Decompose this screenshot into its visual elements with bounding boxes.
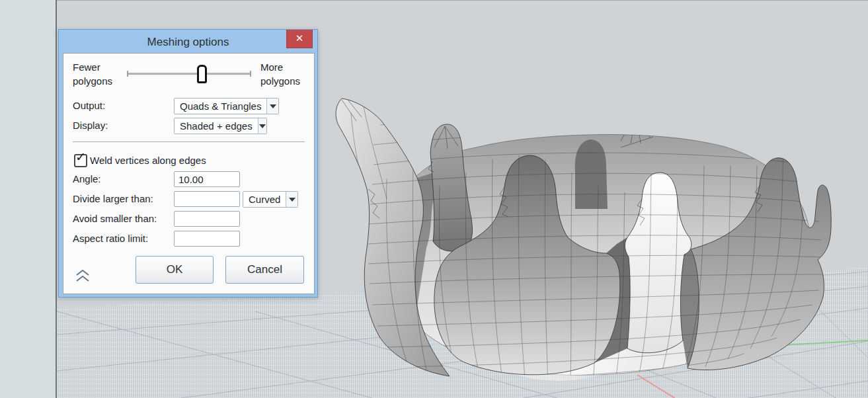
dialog-title: Meshing options [147,36,229,48]
display-label: Display: [73,120,108,131]
crown-mesh-model[interactable] [334,87,836,381]
cancel-button[interactable]: Cancel [225,256,304,284]
angle-input[interactable] [174,171,240,187]
chevron-down-icon[interactable] [266,99,278,114]
weld-vertices-label: Weld vertices along edges [90,155,206,166]
divide-units-dropdown[interactable]: Curved [243,191,298,208]
divide-units-value: Curved [243,194,286,205]
display-dropdown-value: Shaded + edges [175,120,258,132]
divide-larger-input[interactable] [174,191,240,207]
check-icon: ✓ [75,149,86,165]
more-polygons-label: More polygons [260,60,311,88]
output-dropdown[interactable]: Quads & Triangles [174,98,279,114]
avoid-smaller-label: Avoid smaller than: [73,213,157,224]
close-button[interactable]: ✕ [286,30,313,48]
polygon-density-slider-track[interactable] [127,73,251,75]
polygon-density-slider-thumb[interactable] [197,65,207,83]
separator [73,141,305,142]
meshing-options-dialog[interactable]: Meshing options ✕ Fewer polygons More po… [58,29,318,298]
dialog-titlebar[interactable]: Meshing options [59,30,317,53]
ok-button[interactable]: OK [136,256,214,284]
aspect-ratio-input[interactable] [174,231,240,247]
output-dropdown-value: Quads & Triangles [175,100,266,112]
angle-label: Angle: [73,173,101,184]
fewer-polygons-label: Fewer polygons [73,60,123,88]
left-sidebar-panel [0,0,57,398]
divide-larger-label: Divide larger than: [73,193,153,204]
chevron-down-icon[interactable] [258,118,266,134]
close-icon: ✕ [296,32,304,44]
aspect-ratio-label: Aspect ratio limit: [73,233,148,244]
weld-vertices-checkbox[interactable]: ✓ [74,154,87,167]
dialog-content: Fewer polygons More polygons Output: Qua… [63,53,315,294]
collapse-dialog-button[interactable] [75,270,90,282]
avoid-smaller-input[interactable] [174,211,240,227]
output-label: Output: [73,100,105,111]
display-dropdown[interactable]: Shaded + edges [174,118,267,134]
chevron-down-icon[interactable] [286,192,297,207]
